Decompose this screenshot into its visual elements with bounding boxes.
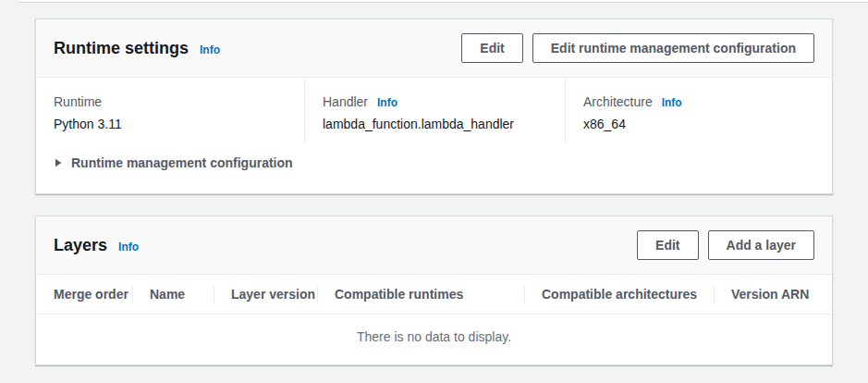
runtime-settings-header: Runtime settings Info Edit Edit runtime … bbox=[36, 19, 832, 78]
architecture-info-link[interactable]: Info bbox=[662, 96, 682, 109]
runtime-settings-fields: Runtime Python 3.11 Handler Info lambda_… bbox=[36, 78, 832, 144]
column-header-compatible-runtimes: Compatible runtimes bbox=[317, 285, 524, 303]
caret-right-icon bbox=[54, 158, 63, 167]
column-header-name: Name bbox=[132, 285, 214, 303]
architecture-field: Architecture Info x86_64 bbox=[565, 78, 832, 144]
add-a-layer-button[interactable]: Add a layer bbox=[708, 230, 814, 260]
architecture-field-value: x86_64 bbox=[583, 115, 814, 133]
runtime-management-configuration-expander[interactable]: Runtime management configuration bbox=[36, 144, 832, 193]
previous-card-bottom-edge bbox=[19, 0, 868, 3]
runtime-field-label: Runtime bbox=[54, 93, 102, 111]
architecture-field-label: Architecture bbox=[583, 93, 653, 111]
edit-layers-button[interactable]: Edit bbox=[637, 230, 698, 260]
layers-header: Layers Info Edit Add a layer bbox=[36, 216, 832, 275]
layers-info-link[interactable]: Info bbox=[118, 241, 139, 253]
runtime-settings-info-link[interactable]: Info bbox=[200, 43, 220, 56]
runtime-settings-card: Runtime settings Info Edit Edit runtime … bbox=[35, 19, 833, 194]
column-header-version-arn: Version ARN bbox=[714, 285, 814, 303]
handler-info-link[interactable]: Info bbox=[377, 96, 397, 109]
runtime-settings-title: Runtime settings bbox=[54, 38, 189, 58]
layers-title: Layers bbox=[54, 235, 107, 255]
layers-card: Layers Info Edit Add a layer Merge order… bbox=[35, 216, 833, 365]
column-header-compatible-architectures: Compatible architectures bbox=[524, 285, 714, 303]
column-header-layer-version: Layer version bbox=[214, 285, 317, 303]
runtime-management-configuration-expander-label: Runtime management configuration bbox=[71, 155, 293, 170]
handler-field: Handler Info lambda_function.lambda_hand… bbox=[304, 78, 565, 144]
edit-runtime-management-configuration-button[interactable]: Edit runtime management configuration bbox=[532, 33, 814, 63]
layers-table-empty-state: There is no data to display. bbox=[36, 315, 832, 364]
edit-runtime-settings-button[interactable]: Edit bbox=[461, 33, 522, 63]
runtime-field-value: Python 3.11 bbox=[54, 115, 287, 133]
column-header-merge-order: Merge order bbox=[54, 285, 132, 303]
layers-table-header-row: Merge order Name Layer version Compatibl… bbox=[36, 275, 832, 315]
handler-field-label: Handler bbox=[323, 93, 368, 111]
handler-field-value: lambda_function.lambda_handler bbox=[323, 115, 547, 133]
runtime-field: Runtime Python 3.11 bbox=[36, 78, 304, 144]
